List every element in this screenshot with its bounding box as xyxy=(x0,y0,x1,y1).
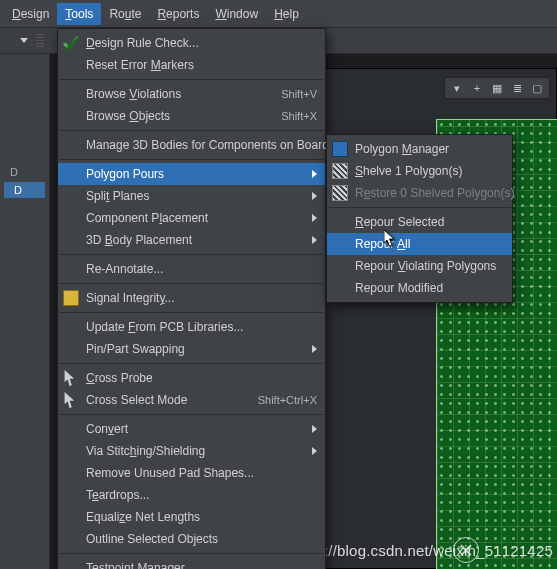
tools-convert[interactable]: Convert xyxy=(58,418,325,440)
menu-item-label: Shelve 1 Polygon(s) xyxy=(355,164,504,178)
polygon-repour-selected[interactable]: Repour Selected xyxy=(327,211,512,233)
yellow-icon xyxy=(63,290,79,306)
tools-update-from-pcb-libraries[interactable]: Update From PCB Libraries... xyxy=(58,316,325,338)
tools-manage-3d-bodies-for-components-on-board[interactable]: Manage 3D Bodies for Components on Board… xyxy=(58,134,325,156)
menu-item-label: Signal Integrity... xyxy=(86,291,317,305)
toolbar-grip xyxy=(36,34,44,48)
menu-item-label: Browse Objects xyxy=(86,109,267,123)
menu-separator xyxy=(59,414,324,415)
left-panel: DD xyxy=(0,54,50,569)
polygon-repour-all[interactable]: Repour All xyxy=(327,233,512,255)
doc-tab[interactable]: D xyxy=(4,182,45,198)
menu-route[interactable]: Route xyxy=(101,3,149,25)
hatch-icon xyxy=(332,185,348,201)
tools-polygon-pours[interactable]: Polygon Pours xyxy=(58,163,325,185)
menu-item-label: Re-Annotate... xyxy=(86,262,317,276)
menu-window[interactable]: Window xyxy=(207,3,266,25)
menu-item-label: Pin/Part Swapping xyxy=(86,342,304,356)
menu-item-label: Remove Unused Pad Shapes... xyxy=(86,466,317,480)
watermark-text: https://blog.csdn.net/weixin_51121425 xyxy=(290,542,553,559)
cursor-icon xyxy=(63,370,79,386)
menu-reports[interactable]: Reports xyxy=(149,3,207,25)
menu-item-label: Repour All xyxy=(355,237,504,251)
check-icon xyxy=(63,35,79,51)
menu-item-label: Design Rule Check... xyxy=(86,36,317,50)
shortcut-label: Shift+Ctrl+X xyxy=(244,394,317,406)
menu-design[interactable]: Design xyxy=(4,3,57,25)
shortcut-label: Shift+X xyxy=(267,110,317,122)
submenu-arrow-icon xyxy=(312,345,317,353)
tools-design-rule-check[interactable]: Design Rule Check... xyxy=(58,32,325,54)
tools-remove-unused-pad-shapes[interactable]: Remove Unused Pad Shapes... xyxy=(58,462,325,484)
screen-icon[interactable]: ▢ xyxy=(527,79,547,97)
tools-teardrops[interactable]: Teardrops... xyxy=(58,484,325,506)
submenu-arrow-icon xyxy=(312,214,317,222)
menu-item-label: Restore 0 Shelved Polygon(s) xyxy=(355,186,514,200)
doc-tab[interactable]: D xyxy=(0,164,49,180)
menu-item-label: Via Stitching/Shielding xyxy=(86,444,304,458)
menu-separator xyxy=(59,130,324,131)
menu-separator xyxy=(59,312,324,313)
tools-menu: Design Rule Check...Reset Error MarkersB… xyxy=(57,28,326,569)
menu-separator xyxy=(328,207,511,208)
tools-browse-objects[interactable]: Browse ObjectsShift+X xyxy=(58,105,325,127)
menu-item-label: Cross Probe xyxy=(86,371,317,385)
tools-component-placement[interactable]: Component Placement xyxy=(58,207,325,229)
tools-reset-error-markers[interactable]: Reset Error Markers xyxy=(58,54,325,76)
menu-item-label: 3D Body Placement xyxy=(86,233,304,247)
cursor-x-icon xyxy=(63,392,79,408)
menu-item-label: Convert xyxy=(86,422,304,436)
grid-icon[interactable]: ▦ xyxy=(487,79,507,97)
tools-pin-part-swapping[interactable]: Pin/Part Swapping xyxy=(58,338,325,360)
tools-via-stitching-shielding[interactable]: Via Stitching/Shielding xyxy=(58,440,325,462)
submenu-arrow-icon xyxy=(312,425,317,433)
polygon-polygon-manager[interactable]: Polygon Manager xyxy=(327,138,512,160)
menu-item-label: Manage 3D Bodies for Components on Board… xyxy=(86,138,339,152)
submenu-arrow-icon xyxy=(312,447,317,455)
menu-item-label: Polygon Manager xyxy=(355,142,504,156)
tools-re-annotate[interactable]: Re-Annotate... xyxy=(58,258,325,280)
tools-split-planes[interactable]: Split Planes xyxy=(58,185,325,207)
menu-item-label: Teardrops... xyxy=(86,488,317,502)
polygon-restore-0-shelved-polygon-s: Restore 0 Shelved Polygon(s) xyxy=(327,182,512,204)
tools-browse-violations[interactable]: Browse ViolationsShift+V xyxy=(58,83,325,105)
tools-3d-body-placement[interactable]: 3D Body Placement xyxy=(58,229,325,251)
submenu-arrow-icon xyxy=(312,236,317,244)
menu-item-label: Browse Violations xyxy=(86,87,267,101)
menubar: DesignToolsRouteReportsWindowHelp xyxy=(0,0,557,28)
menu-separator xyxy=(59,159,324,160)
menu-item-label: Testpoint Manager... xyxy=(86,561,317,569)
menu-separator xyxy=(59,553,324,554)
submenu-arrow-icon xyxy=(312,170,317,178)
dropdown-icon[interactable] xyxy=(20,38,28,43)
canvas-toolbar: ▾+▦≣▢ xyxy=(444,77,550,99)
menu-item-label: Cross Select Mode xyxy=(86,393,244,407)
menu-tools[interactable]: Tools xyxy=(57,3,101,25)
blue-icon xyxy=(332,141,348,157)
menu-item-label: Polygon Pours xyxy=(86,167,304,181)
menu-item-label: Reset Error Markers xyxy=(86,58,317,72)
tools-outline-selected-objects[interactable]: Outline Selected Objects xyxy=(58,528,325,550)
menu-separator xyxy=(59,254,324,255)
menu-item-label: Component Placement xyxy=(86,211,304,225)
shortcut-label: Shift+V xyxy=(267,88,317,100)
tools-testpoint-manager[interactable]: Testpoint Manager... xyxy=(58,557,325,569)
filter-icon[interactable]: ▾ xyxy=(447,79,467,97)
polygon-repour-violating-polygons[interactable]: Repour Violating Polygons xyxy=(327,255,512,277)
menu-help[interactable]: Help xyxy=(266,3,307,25)
tools-signal-integrity[interactable]: Signal Integrity... xyxy=(58,287,325,309)
menu-item-label: Outline Selected Objects xyxy=(86,532,317,546)
bars-icon[interactable]: ≣ xyxy=(507,79,527,97)
polygon-shelve-1-polygon-s[interactable]: Shelve 1 Polygon(s) xyxy=(327,160,512,182)
tools-cross-probe[interactable]: Cross Probe xyxy=(58,367,325,389)
hatch-icon xyxy=(332,163,348,179)
plus-icon[interactable]: + xyxy=(467,79,487,97)
menu-separator xyxy=(59,363,324,364)
tools-equalize-net-lengths[interactable]: Equalize Net Lengths xyxy=(58,506,325,528)
menu-item-label: Update From PCB Libraries... xyxy=(86,320,317,334)
menu-item-label: Repour Violating Polygons xyxy=(355,259,504,273)
polygon-repour-modified[interactable]: Repour Modified xyxy=(327,277,512,299)
menu-separator xyxy=(59,79,324,80)
menu-item-label: Repour Selected xyxy=(355,215,504,229)
tools-cross-select-mode[interactable]: Cross Select ModeShift+Ctrl+X xyxy=(58,389,325,411)
